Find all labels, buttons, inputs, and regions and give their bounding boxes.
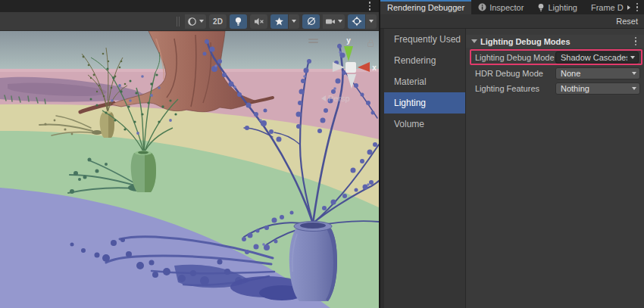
light-bulb-icon — [234, 17, 242, 26]
lighting-debug-panel: Lighting Debug Modes Lighting Debug Mode… — [466, 29, 644, 308]
debugger-body: Frequently Used Rendering Material Light… — [380, 29, 644, 308]
debugger-toolbar: Reset — [380, 14, 644, 29]
scene-lighting-toggle-button[interactable] — [230, 14, 247, 29]
projection-mode-label[interactable]: Persp — [321, 94, 350, 103]
reset-button[interactable]: Reset — [614, 17, 639, 26]
camera-split-button — [323, 14, 345, 29]
gizmos-dropdown-button[interactable] — [366, 14, 377, 29]
orientation-gizmo[interactable]: y x — [326, 34, 379, 92]
section-header: Lighting Debug Modes — [466, 35, 644, 48]
lighting-features-dropdown[interactable]: Nothing — [555, 82, 640, 95]
sidebar-item-rendering[interactable]: Rendering — [384, 50, 465, 71]
chevron-left-icon — [321, 95, 326, 101]
scene-audio-toggle-button[interactable] — [250, 14, 267, 29]
chevron-down-icon — [338, 20, 342, 23]
sidebar-item-frequently-used[interactable]: Frequently Used — [384, 29, 465, 50]
chevron-down-icon — [632, 87, 636, 90]
section-menu-kebab-icon[interactable] — [633, 36, 639, 48]
chevron-down-icon — [199, 20, 204, 23]
2d-mode-button[interactable]: 2D — [209, 14, 227, 29]
property-label: Lighting Debug Mode — [475, 53, 555, 62]
chevron-down-icon — [630, 56, 635, 59]
gizmo-x-cone — [358, 62, 370, 72]
tab-inspector[interactable]: Inspector — [471, 0, 530, 14]
section-title: Lighting Debug Modes — [480, 37, 630, 46]
gizmo-x-label: x — [372, 64, 377, 72]
lighting-debug-mode-dropdown[interactable]: Shadow Cascades — [555, 51, 639, 64]
gizmo-y-label: y — [346, 36, 351, 45]
tab-lighting[interactable]: Lighting — [530, 0, 584, 14]
scene-menu-kebab-icon[interactable] — [367, 0, 374, 12]
tab-bar: Rendering Debugger Inspector Lighting Fr… — [380, 0, 644, 14]
chevron-down-icon — [632, 72, 636, 75]
property-label: Lighting Features — [475, 84, 555, 93]
scene-camera-button[interactable] — [323, 14, 345, 29]
hidden-objects-toggle-button[interactable] — [302, 14, 320, 29]
foldout-caret-icon[interactable] — [471, 39, 477, 43]
tab-frame-debugger[interactable]: Frame D — [584, 0, 624, 14]
gizmo-center-cube — [345, 62, 356, 73]
overlay-handle-icon[interactable] — [308, 39, 318, 43]
effects-dropdown-button[interactable] — [289, 14, 299, 29]
rendering-debugger-pane: Rendering Debugger Inspector Lighting Fr… — [379, 0, 644, 308]
effects-star-icon — [274, 17, 284, 26]
gizmos-split-button — [348, 14, 377, 29]
row-hdr-debug-mode: HDR Debug Mode None — [466, 66, 644, 80]
row-lighting-debug-mode: Lighting Debug Mode Shadow Cascades — [470, 49, 642, 65]
gizmo-bottom-cone — [347, 74, 356, 89]
audio-muted-icon — [254, 17, 264, 26]
chevron-down-icon — [369, 20, 374, 23]
eye-slash-icon — [306, 16, 317, 26]
scene-view-toolbar: 2D — [0, 12, 379, 31]
tab-scroll-right-icon[interactable] — [627, 5, 630, 10]
camera-icon — [325, 17, 336, 26]
debugger-sidebar: Frequently Used Rendering Material Light… — [384, 29, 466, 308]
property-rows: Lighting Debug Mode Shadow Cascades HDR … — [466, 48, 644, 95]
draw-mode-split-button — [185, 14, 206, 29]
property-label: HDR Debug Mode — [475, 69, 555, 78]
gizmo-left-cone — [333, 62, 345, 72]
effects-split-button — [270, 14, 299, 29]
2d-label: 2D — [213, 17, 223, 26]
scene-3d-render — [0, 31, 379, 308]
shaded-sphere-icon — [187, 17, 197, 26]
tab-menu-kebab-icon[interactable] — [634, 2, 641, 14]
scene-view-header — [0, 0, 379, 12]
gizmos-toggle-button[interactable] — [348, 14, 365, 29]
chevron-down-icon — [292, 20, 296, 23]
row-lighting-features: Lighting Features Nothing — [466, 81, 644, 95]
hdr-debug-mode-dropdown[interactable]: None — [555, 67, 640, 79]
unity-editor-window: 2D — [0, 0, 644, 308]
sidebar-item-lighting[interactable]: Lighting — [384, 92, 465, 114]
draw-mode-button[interactable] — [185, 14, 206, 29]
scene-view-pane: 2D — [0, 0, 379, 308]
scene-effects-button[interactable] — [270, 14, 288, 29]
info-icon — [478, 3, 486, 11]
light-bulb-icon — [537, 3, 545, 12]
sidebar-item-material[interactable]: Material — [384, 71, 465, 92]
sidebar-item-volume[interactable]: Volume — [384, 114, 465, 135]
gizmo-y-cone — [344, 46, 353, 61]
gizmo-sphere-icon — [352, 16, 362, 26]
scene-3d-viewport[interactable]: y x Persp — [0, 31, 379, 308]
toolbar-separator — [179, 17, 180, 26]
tab-rendering-debugger[interactable]: Rendering Debugger — [380, 0, 471, 14]
